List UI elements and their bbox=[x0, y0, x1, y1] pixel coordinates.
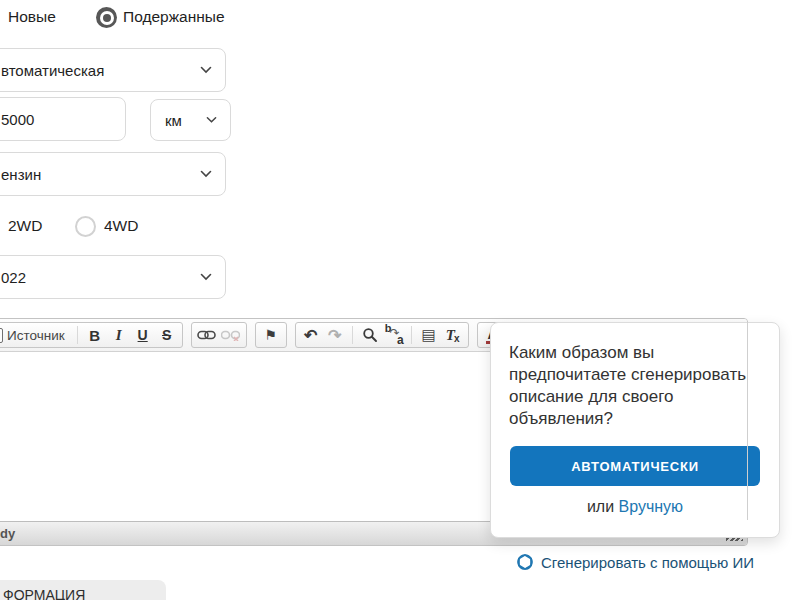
replace-icon: b ↷ a bbox=[384, 325, 404, 345]
chevron-down-icon bbox=[206, 116, 217, 124]
ai-description-popup: Каким образом вы предпочитаете сгенериро… bbox=[490, 322, 780, 538]
source-button[interactable]: Источник bbox=[0, 324, 72, 346]
fuel-select-value: ензин bbox=[1, 166, 41, 183]
radio-label-used[interactable]: Подержанные bbox=[123, 8, 225, 26]
mileage-unit-value: км bbox=[165, 112, 182, 129]
italic-button[interactable]: I bbox=[107, 324, 131, 346]
generate-with-ai-label: Сгенерировать с помощью ИИ bbox=[541, 554, 754, 571]
or-text: или bbox=[587, 498, 614, 515]
year-select[interactable]: 022 bbox=[0, 255, 226, 299]
flag-icon: ⚑ bbox=[264, 327, 277, 343]
fuel-select[interactable]: ензин bbox=[0, 152, 226, 196]
editor-right-border bbox=[747, 322, 748, 520]
redo-button[interactable]: ↷ bbox=[323, 324, 347, 346]
unlink-button[interactable] bbox=[219, 324, 243, 346]
strikethrough-button[interactable]: S bbox=[155, 324, 179, 346]
source-doc-icon bbox=[0, 328, 3, 343]
mileage-input[interactable] bbox=[0, 97, 126, 141]
popup-question-line: Каким образом вы bbox=[509, 342, 761, 364]
select-all-icon: ▤ bbox=[422, 326, 436, 344]
replace-button[interactable]: b ↷ a bbox=[382, 324, 406, 346]
toolbar-group-basic: Источник B I U S bbox=[0, 322, 183, 348]
radio-label-2wd[interactable]: 2WD bbox=[8, 217, 42, 235]
undo-button[interactable]: ↶ bbox=[299, 324, 323, 346]
bold-button[interactable]: B bbox=[83, 324, 107, 346]
transmission-select-value: втоматическая bbox=[1, 62, 104, 79]
find-button[interactable] bbox=[358, 324, 382, 346]
link-icon bbox=[197, 329, 216, 341]
or-manual-row: или Вручную bbox=[509, 498, 761, 516]
remove-format-button[interactable]: T x bbox=[441, 324, 465, 346]
toolbar-separator bbox=[352, 326, 353, 344]
radio-label-4wd[interactable]: 4WD bbox=[104, 217, 138, 235]
generate-with-ai-link[interactable]: Сгенерировать с помощью ИИ bbox=[490, 553, 780, 571]
popup-question-line: объявления? bbox=[509, 408, 761, 430]
select-all-button[interactable]: ▤ bbox=[417, 324, 441, 346]
chevron-down-icon bbox=[200, 170, 212, 178]
radio-used-dot bbox=[103, 14, 111, 22]
link-button[interactable] bbox=[195, 324, 219, 346]
radio-label-new[interactable]: Новые bbox=[8, 8, 56, 26]
automatic-button[interactable]: АВТОМАТИЧЕСКИ bbox=[510, 446, 760, 486]
mileage-unit-select[interactable]: км bbox=[150, 99, 231, 141]
search-icon bbox=[362, 327, 378, 343]
popup-question-line: описание для своего bbox=[509, 386, 761, 408]
page: Новые Подержанные втоматическая км ензин… bbox=[0, 0, 800, 600]
popup-question-line: предпочитаете сгенерировать bbox=[509, 364, 761, 386]
toolbar-group-anchor: ⚑ bbox=[255, 322, 287, 348]
radio-4wd[interactable] bbox=[75, 216, 96, 237]
editor-path-text[interactable]: ody bbox=[0, 526, 15, 541]
chevron-down-icon bbox=[200, 273, 212, 281]
information-tab[interactable]: ФОРМАЦИЯ bbox=[0, 580, 166, 600]
unlink-icon bbox=[221, 329, 240, 341]
radio-used-ring bbox=[100, 11, 114, 25]
openai-icon bbox=[516, 553, 534, 571]
information-tab-label: ФОРМАЦИЯ bbox=[3, 587, 85, 600]
anchor-button[interactable]: ⚑ bbox=[259, 324, 283, 346]
toolbar-group-edit: ↶ ↷ b ↷ a ▤ bbox=[295, 322, 469, 348]
toolbar-separator bbox=[77, 326, 78, 344]
chevron-down-icon bbox=[200, 66, 212, 74]
toolbar-separator bbox=[411, 326, 412, 344]
year-select-value: 022 bbox=[1, 269, 26, 286]
underline-button[interactable]: U bbox=[131, 324, 155, 346]
radio-used[interactable] bbox=[96, 7, 117, 28]
transmission-select[interactable]: втоматическая bbox=[0, 48, 226, 92]
source-button-label: Источник bbox=[3, 328, 72, 343]
toolbar-group-links bbox=[191, 322, 247, 348]
manual-link[interactable]: Вручную bbox=[619, 498, 684, 515]
